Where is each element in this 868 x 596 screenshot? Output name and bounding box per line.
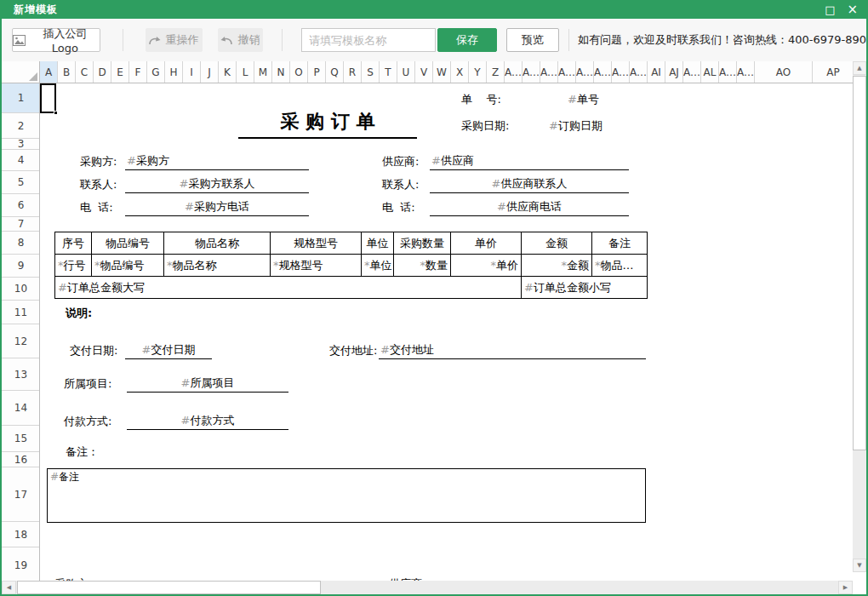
fill-handle[interactable] [54, 111, 58, 115]
supplier-field[interactable]: #供应商 [430, 152, 629, 170]
row-header-1[interactable]: 1 [2, 83, 40, 113]
column-header-34[interactable]: AI [648, 61, 665, 83]
column-header-29[interactable]: A… [558, 61, 576, 83]
item-table-header-3[interactable]: 规格型号 [271, 232, 362, 255]
preview-button[interactable]: 预览 [506, 28, 559, 52]
row-header-3[interactable]: 3 [2, 139, 40, 150]
item-table-header-8[interactable]: 备注 [592, 232, 648, 255]
column-header-6[interactable]: G [147, 61, 165, 83]
row-header-14[interactable]: 14 [2, 391, 40, 426]
item-table-placeholder-7[interactable]: *金额 [522, 255, 592, 277]
horizontal-scrollbar[interactable]: ◀ ▶ [2, 581, 853, 594]
column-header-33[interactable]: A… [630, 61, 648, 83]
row-header-19[interactable]: 19 [2, 547, 40, 581]
column-header-21[interactable]: V [415, 61, 433, 83]
row-header-12[interactable]: 12 [2, 324, 40, 358]
column-header-39[interactable]: A… [737, 61, 755, 83]
horizontal-scroll-thumb[interactable] [17, 581, 321, 594]
item-table-header-5[interactable]: 采购数量 [394, 232, 451, 255]
column-header-7[interactable]: H [165, 61, 183, 83]
row-header-2[interactable]: 2 [2, 113, 40, 139]
row-header-11[interactable]: 11 [2, 301, 40, 324]
row-header-5[interactable]: 5 [2, 171, 40, 194]
order-total-upper[interactable]: #订单总金额大写 [55, 277, 522, 299]
column-header-11[interactable]: L [237, 61, 254, 83]
column-header-15[interactable]: P [308, 61, 326, 83]
column-header-9[interactable]: J [201, 61, 219, 83]
buyer-field[interactable]: #采购方 [125, 152, 309, 170]
column-header-38[interactable]: A… [719, 61, 737, 83]
row-header-6[interactable]: 6 [2, 194, 40, 217]
scroll-left-icon[interactable]: ◀ [2, 581, 16, 594]
column-header-0[interactable]: A [40, 61, 58, 83]
row-header-15[interactable]: 15 [2, 426, 40, 452]
column-header-18[interactable]: S [362, 61, 380, 83]
column-header-27[interactable]: A… [523, 61, 540, 83]
column-header-4[interactable]: E [111, 61, 129, 83]
supplier-contact-field[interactable]: #供应商联系人 [430, 175, 629, 193]
row-header-17[interactable]: 17 [2, 467, 40, 522]
column-header-25[interactable]: Z [487, 61, 505, 83]
column-header-19[interactable]: T [380, 61, 397, 83]
row-header-18[interactable]: 18 [2, 522, 40, 547]
scroll-up-icon[interactable]: ▲ [853, 61, 866, 75]
item-table-header-1[interactable]: 物品编号 [92, 232, 164, 255]
row-header-7[interactable]: 7 [2, 217, 40, 232]
row-header-8[interactable]: 8 [2, 232, 40, 255]
scroll-right-icon[interactable]: ▶ [838, 581, 853, 594]
vertical-scrollbar[interactable]: ▲ ▼ [853, 61, 866, 572]
column-header-32[interactable]: A… [612, 61, 630, 83]
row-header-9[interactable]: 9 [2, 255, 40, 278]
column-header-28[interactable]: A… [540, 61, 558, 83]
maximize-button[interactable]: □ [825, 4, 835, 15]
column-header-31[interactable]: A… [594, 61, 612, 83]
item-table[interactable]: 序号物品编号物品名称规格型号单位采购数量单价金额备注*行号*物品编号*物品名称*… [54, 232, 648, 299]
column-header-40[interactable]: AO [755, 61, 813, 83]
item-table-header-2[interactable]: 物品名称 [164, 232, 271, 255]
payment-field[interactable]: #付款方式 [127, 411, 288, 430]
vertical-scroll-thumb[interactable] [853, 76, 866, 450]
column-header-17[interactable]: R [344, 61, 362, 83]
column-header-26[interactable]: A… [505, 61, 523, 83]
item-table-placeholder-8[interactable]: *物品… [592, 255, 648, 277]
item-table-placeholder-6[interactable]: *单价 [451, 255, 522, 277]
column-header-30[interactable]: A… [576, 61, 594, 83]
column-header-22[interactable]: W [433, 61, 451, 83]
item-table-header-6[interactable]: 单价 [451, 232, 522, 255]
column-header-10[interactable]: K [219, 61, 237, 83]
buyer-contact-field[interactable]: #采购方联系人 [125, 175, 309, 193]
delivery-addr-field[interactable]: #交付地址 [379, 341, 646, 359]
row-header-16[interactable]: 16 [2, 452, 40, 467]
item-table-placeholder-3[interactable]: *规格型号 [271, 255, 362, 277]
column-header-35[interactable]: AJ [665, 61, 683, 83]
row-header-13[interactable]: 13 [2, 358, 40, 391]
select-all-corner[interactable] [2, 61, 40, 83]
column-header-13[interactable]: N [272, 61, 290, 83]
item-table-header-7[interactable]: 金额 [522, 232, 592, 255]
column-header-12[interactable]: M [254, 61, 272, 83]
column-header-23[interactable]: X [451, 61, 469, 83]
row-header-10[interactable]: 10 [2, 278, 40, 301]
order-date-placeholder[interactable]: #订购日期 [549, 119, 602, 133]
undo-button[interactable]: 撤销 [218, 28, 264, 52]
redo-button[interactable]: 重操作 [146, 28, 203, 52]
project-field[interactable]: #所属项目 [127, 374, 288, 393]
column-header-5[interactable]: F [129, 61, 147, 83]
column-header-2[interactable]: C [76, 61, 94, 83]
item-table-placeholder-1[interactable]: *物品编号 [92, 255, 164, 277]
close-button[interactable]: × [847, 4, 858, 15]
column-header-8[interactable]: I [183, 61, 201, 83]
sheet-canvas[interactable]: 单 号: #单号 采 购 订 单 采购日期: #订购日期 采购方: #采购方 供… [40, 83, 853, 581]
column-header-37[interactable]: AL [701, 61, 719, 83]
column-header-24[interactable]: Y [469, 61, 487, 83]
column-header-14[interactable]: O [290, 61, 308, 83]
column-header-3[interactable]: D [94, 61, 111, 83]
insert-logo-button[interactable]: 插入公司Logo [12, 28, 100, 52]
supplier-phone-field[interactable]: #供应商电话 [430, 198, 629, 216]
buyer-phone-field[interactable]: #采购方电话 [125, 198, 309, 216]
order-no-placeholder[interactable]: #单号 [568, 93, 599, 106]
column-header-20[interactable]: U [397, 61, 415, 83]
item-table-header-4[interactable]: 单位 [362, 232, 394, 255]
item-table-placeholder-4[interactable]: *单位 [362, 255, 394, 277]
column-header-41[interactable]: AP [813, 61, 853, 83]
